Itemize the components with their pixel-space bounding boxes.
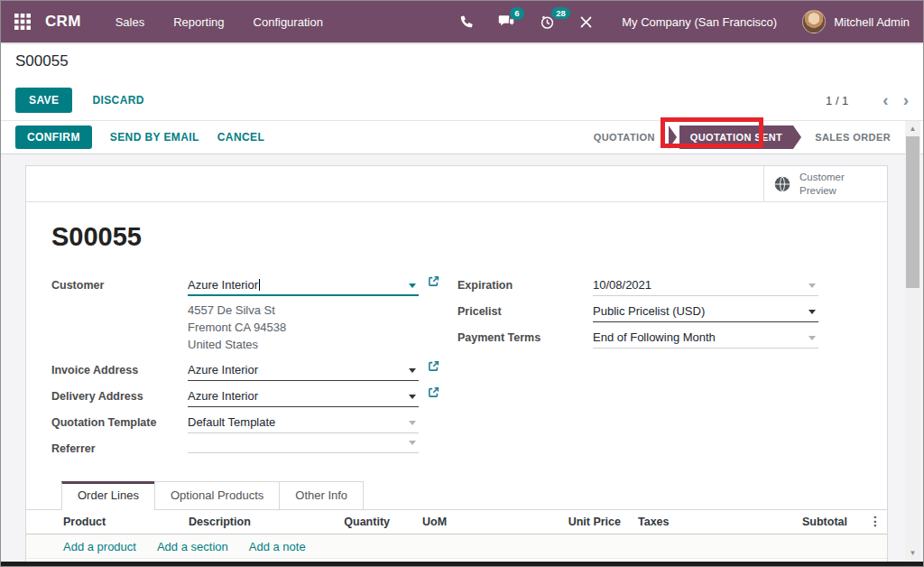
stage-sales-order[interactable]: SALES ORDER <box>815 132 891 143</box>
referrer-label: Referrer <box>51 439 188 455</box>
statusbar: CONFIRM SEND BY EMAIL CANCEL QUOTATION Q… <box>1 120 923 154</box>
quotation-template-label: Quotation Template <box>51 413 188 429</box>
user-avatar[interactable] <box>802 10 826 33</box>
form-column-left: Customer Azure Interior <box>51 275 457 460</box>
content-area: Customer Preview S00055 Customer Azure I… <box>1 154 923 562</box>
globe-icon <box>773 175 791 193</box>
confirm-button[interactable]: CONFIRM <box>15 125 92 149</box>
pager-next-icon[interactable]: › <box>903 94 909 107</box>
customer-external-link-icon[interactable] <box>428 275 439 287</box>
customer-dropdown-icon[interactable] <box>409 284 416 288</box>
column-description[interactable]: Description <box>189 516 251 528</box>
app-name[interactable]: CRM <box>45 13 81 31</box>
quotation-template-dropdown-icon[interactable] <box>409 421 416 425</box>
payment-terms-label: Payment Terms <box>457 328 593 344</box>
messages-icon[interactable]: 6 <box>498 14 515 29</box>
user-name[interactable]: Mitchell Admin <box>834 15 910 29</box>
record-title: S00055 <box>51 222 862 252</box>
form-sheet: Customer Preview S00055 Customer Azure I… <box>25 165 888 562</box>
menu-reporting[interactable]: Reporting <box>173 15 224 29</box>
pricelist-label: Pricelist <box>457 302 593 318</box>
discard-button[interactable]: DISCARD <box>92 94 143 107</box>
form-column-right: Expiration 10/08/2021 Pricelist Public P… <box>457 275 862 460</box>
customer-row: Customer Azure Interior <box>51 275 457 296</box>
delivery-address-label: Delivery Address <box>51 386 188 403</box>
invoice-address-dropdown-icon[interactable] <box>409 368 416 373</box>
stage-arrow-right-icon <box>793 125 801 149</box>
notebook-tabs: Order Lines Optional Products Other Info <box>26 481 887 510</box>
vertical-scrollbar[interactable]: ▲ ▼ <box>905 121 920 561</box>
delivery-address-dropdown-icon[interactable] <box>409 395 416 399</box>
breadcrumb: S00055 <box>1 42 923 80</box>
tools-icon[interactable] <box>579 15 593 29</box>
add-section-link[interactable]: Add a section <box>157 540 228 553</box>
expiration-field[interactable]: 10/08/2021 <box>593 275 818 296</box>
stage-pipeline: QUOTATION QUOTATION SENT SALES ORDER <box>594 125 891 149</box>
order-lines-header: Product Description Quantity UoM Unit Pr… <box>26 510 887 534</box>
order-lines-add-row: Add a product Add a section Add a note <box>26 534 887 559</box>
send-by-email-button[interactable]: SEND BY EMAIL <box>110 131 199 144</box>
payment-terms-row: Payment Terms End of Following Month <box>457 328 862 349</box>
invoice-address-row: Invoice Address Azure Interior <box>51 360 457 381</box>
payment-terms-field[interactable]: End of Following Month <box>593 328 818 349</box>
referrer-dropdown-icon[interactable] <box>409 441 416 445</box>
add-note-link[interactable]: Add a note <box>249 540 306 553</box>
customer-field[interactable]: Azure Interior <box>188 275 419 296</box>
referrer-row: Referrer <box>51 439 457 455</box>
pricelist-dropdown-icon[interactable] <box>808 310 816 314</box>
customer-address: 4557 De Silva St Fremont CA 94538 United… <box>188 302 457 353</box>
phone-icon[interactable] <box>459 14 474 29</box>
cancel-button[interactable]: CANCEL <box>217 131 264 144</box>
column-product[interactable]: Product <box>63 516 106 528</box>
scroll-down-icon[interactable]: ▼ <box>905 546 920 560</box>
company-switcher[interactable]: My Company (San Francisco) <box>622 15 777 29</box>
tab-optional-products[interactable]: Optional Products <box>154 481 280 510</box>
stage-quotation-sent-wrap: QUOTATION SENT <box>669 125 801 149</box>
column-options-kebab-icon[interactable]: ⋮ <box>869 514 882 528</box>
menu-sales[interactable]: Sales <box>116 15 145 29</box>
apps-grid-icon[interactable] <box>14 14 31 30</box>
column-uom[interactable]: UoM <box>422 516 447 528</box>
stage-arrow-left-icon <box>669 125 677 149</box>
quotation-template-field[interactable]: Default Template <box>188 413 419 433</box>
pager-previous-icon[interactable]: ‹ <box>882 94 888 107</box>
crm-quotation-window: CRM Sales Reporting Configuration 6 <box>0 0 924 567</box>
invoice-address-field[interactable]: Azure Interior <box>188 360 419 381</box>
messages-badge: 6 <box>510 7 523 20</box>
tab-order-lines[interactable]: Order Lines <box>61 481 155 510</box>
menu-configuration[interactable]: Configuration <box>254 15 323 29</box>
text-cursor <box>259 279 260 291</box>
column-taxes[interactable]: Taxes <box>638 516 670 528</box>
scroll-up-icon[interactable]: ▲ <box>905 122 920 135</box>
activities-clock-icon[interactable]: 28 <box>540 14 555 30</box>
expiration-dropdown-icon[interactable] <box>808 284 816 288</box>
referrer-field[interactable] <box>188 439 419 453</box>
column-unit-price[interactable]: Unit Price <box>568 516 621 528</box>
invoice-address-label: Invoice Address <box>51 360 188 376</box>
stage-quotation-sent[interactable]: QUOTATION SENT <box>679 125 793 149</box>
column-quantity[interactable]: Quantity <box>344 516 390 528</box>
expiration-row: Expiration 10/08/2021 <box>457 275 862 296</box>
form-grid: Customer Azure Interior <box>51 275 862 460</box>
customer-preview-button[interactable]: Customer Preview <box>763 166 887 201</box>
customer-preview-label: Customer Preview <box>799 171 845 197</box>
expiration-label: Expiration <box>457 275 593 292</box>
delivery-address-field[interactable]: Azure Interior <box>188 386 419 407</box>
save-button[interactable]: SAVE <box>15 88 72 113</box>
top-navbar: CRM Sales Reporting Configuration 6 <box>1 1 923 42</box>
scrollbar-thumb[interactable] <box>906 136 919 288</box>
add-product-link[interactable]: Add a product <box>63 540 136 553</box>
customer-label: Customer <box>51 275 188 292</box>
column-subtotal[interactable]: Subtotal <box>802 516 847 528</box>
payment-terms-dropdown-icon[interactable] <box>808 336 816 340</box>
tab-other-info[interactable]: Other Info <box>279 481 364 510</box>
navbar-right: 6 28 My Company (San Francisco) Mitchell… <box>435 10 910 33</box>
quotation-template-row: Quotation Template Default Template <box>51 413 457 433</box>
window-bottom-edge <box>1 562 923 566</box>
button-box: Customer Preview <box>26 166 887 202</box>
delivery-address-external-link-icon[interactable] <box>428 386 439 398</box>
invoice-address-external-link-icon[interactable] <box>428 360 439 372</box>
activities-badge: 28 <box>551 7 570 20</box>
pricelist-field[interactable]: Public Pricelist (USD) <box>593 302 818 322</box>
stage-quotation[interactable]: QUOTATION <box>594 132 655 143</box>
